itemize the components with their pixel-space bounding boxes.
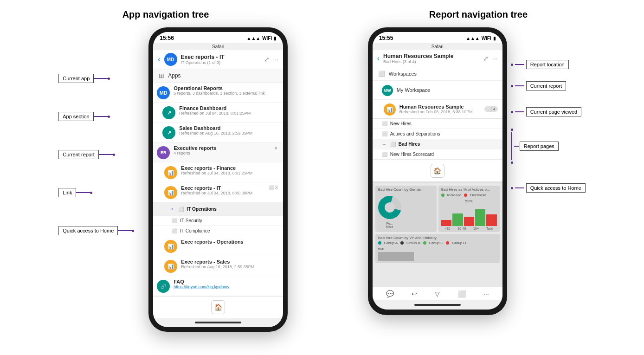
more-icon[interactable]: ··· xyxy=(273,56,279,63)
chart-actives-title: Bad Hires as % of Actives b... xyxy=(441,187,497,192)
expand-icon[interactable]: ⤢ xyxy=(264,56,270,63)
bad-hires-item[interactable]: → ⬜ Bad Hires xyxy=(373,139,502,149)
it-operations-item[interactable]: → ⬜ IT Operations xyxy=(153,202,283,216)
faq-content: FAQ https://tinyurl.com/kjg,kjsdbmv xyxy=(174,279,277,289)
exec-it-title: Exec reports - IT xyxy=(181,185,264,191)
right-wifi-icon: WiFi xyxy=(482,36,491,41)
right-signal-icon: ▲▲▲ xyxy=(466,36,480,41)
undo-icon[interactable]: ↩ xyxy=(412,290,417,297)
bar-chart xyxy=(441,205,497,226)
right-phone: 15:55 ▲▲▲ WiFi ▮ Safari ‹ Human Resource… xyxy=(368,27,507,315)
it-compliance-label: IT Compliance xyxy=(180,228,210,233)
executive-reports-item[interactable]: ER Executive reports 4 reports ∧ xyxy=(153,142,283,162)
current-page-label: Current page viewed xyxy=(526,107,582,116)
collapse-icon[interactable]: ∧ xyxy=(274,145,277,150)
exec-sales-item[interactable]: 📊 Exec reports - Sales Refreshed on Aug … xyxy=(153,256,283,276)
group-c-dot xyxy=(423,241,426,245)
exec-it-item[interactable]: 📊 Exec reports - IT Refreshed on Jul 04,… xyxy=(153,182,283,202)
operational-reports-subtitle: 5 reports, 3 dashboards, 1 section, 1 ex… xyxy=(174,91,277,96)
operational-reports-avatar: MD xyxy=(157,86,170,99)
left-back-button[interactable]: ‹ xyxy=(158,55,160,64)
filter-icon[interactable]: ▽ xyxy=(435,290,440,297)
left-header-avatar: MD xyxy=(164,53,177,66)
exec-finance-item[interactable]: 📊 Exec reports - Finance Refreshed on Ju… xyxy=(153,162,283,182)
group-b-dot xyxy=(400,241,404,245)
home-line-right xyxy=(515,187,524,188)
right-home-pill xyxy=(414,304,461,306)
chart-legend: Increase Decrease xyxy=(441,193,497,197)
executive-reports-content: Executive reports 4 reports xyxy=(174,145,270,155)
apps-section-label: Apps xyxy=(168,72,180,79)
increase-label: Increase xyxy=(447,193,462,197)
right-more-icon[interactable]: ··· xyxy=(492,55,498,62)
link-label: Link xyxy=(58,188,76,197)
dots-icon[interactable]: ··· xyxy=(483,290,489,297)
exec-operations-item[interactable]: 📊 Exec reports - Operations xyxy=(153,236,283,256)
finance-dashboard-item[interactable]: ↗ Finance Dashboard Refreshed on Jul 04,… xyxy=(153,103,283,123)
chart-vp-ethnicity: Bad Hire Count by VP and Ethnicity Group… xyxy=(375,234,500,263)
it-security-item[interactable]: ⬜ IT Security xyxy=(153,216,283,226)
faq-link[interactable]: https://tinyurl.com/kjg,kjsdbmv xyxy=(174,284,277,289)
right-status-icons: ▲▲▲ WiFi ▮ xyxy=(466,36,496,41)
left-section-title: App navigation tree xyxy=(9,9,322,20)
group-d-dot xyxy=(446,241,449,245)
current-report-annotation-left: Current report xyxy=(58,150,147,159)
right-section-title: Report navigation tree xyxy=(322,9,635,20)
current-report-label-left: Current report xyxy=(58,150,98,159)
right-bottom-toolbar: 💬 ↩ ▽ ⬜ ··· xyxy=(373,287,502,300)
left-nav-list: ⊞ Apps MD Operational Reports 5 reports,… xyxy=(153,69,283,296)
exec-operations-avatar: 📊 xyxy=(164,240,177,253)
it-operations-label: IT Operations xyxy=(187,207,216,212)
right-home-button[interactable]: 🏠 xyxy=(431,164,444,178)
new-hires-label: New Hires xyxy=(390,121,412,126)
right-home-bar: 🏠 xyxy=(373,160,502,181)
current-page-annotation: Current page viewed xyxy=(511,107,582,116)
chart-gender: Bad Hire Count by Gender Fe... Male xyxy=(375,186,437,232)
group-c-label: Group C xyxy=(429,241,443,245)
scorecard-icon: ⬜ xyxy=(382,152,387,157)
signal-icon: ▲▲▲ xyxy=(247,36,261,41)
it-compliance-item[interactable]: ⬜ IT Compliance xyxy=(153,226,283,236)
faq-item[interactable]: 🔗 FAQ https://tinyurl.com/kjg,kjsdbmv xyxy=(153,276,283,296)
my-workspace-item[interactable]: MW My Workspace xyxy=(373,81,502,100)
left-carrier: Safari xyxy=(153,43,283,50)
left-app-header: ‹ MD Exec reports - IT IT Operations (1 … xyxy=(153,50,283,69)
right-expand-icon[interactable]: ⤢ xyxy=(483,55,489,62)
bookmark-icon[interactable]: ⬜ xyxy=(458,290,466,297)
actives-icon: ⬜ xyxy=(382,131,387,136)
group-a-label: Group A xyxy=(384,241,398,245)
comment-icon[interactable]: 💬 xyxy=(386,290,394,297)
current-report-section[interactable]: 📊 Human Resources Sample Refreshed on Fe… xyxy=(373,100,502,119)
faq-avatar: 🔗 xyxy=(157,280,170,293)
finance-dashboard-title: Finance Dashboard xyxy=(179,105,277,111)
it-operations-page-icon: ⬜ xyxy=(178,207,184,212)
exec-it-count: ⬜3 xyxy=(269,185,278,190)
decrease-label: Decrease xyxy=(470,193,486,197)
sales-dashboard-item[interactable]: ↗ Sales Dashboard Refreshed on Aug 16, 2… xyxy=(153,123,283,142)
workspaces-section[interactable]: ⬜ Workspaces xyxy=(373,67,502,81)
exec-sales-subtitle: Refreshed on Aug 16, 2018, 2:59:35PM xyxy=(181,265,277,269)
right-diagram: 15:55 ▲▲▲ WiFi ▮ Safari ‹ Human Resource… xyxy=(368,27,586,315)
finance-dashboard-subtitle: Refreshed on Jul 04, 2018, 6:01:25PM xyxy=(179,111,277,116)
workspaces-label: Workspaces xyxy=(389,71,417,77)
left-home-button[interactable]: 🏠 xyxy=(211,300,225,314)
app-section-label: App section xyxy=(58,112,93,121)
executive-reports-avatar: ER xyxy=(157,146,170,159)
actives-separations-item[interactable]: ⬜ Actives and Separations xyxy=(373,129,502,139)
left-time: 15:56 xyxy=(160,35,174,41)
operational-reports-item[interactable]: MD Operational Reports 5 reports, 3 dash… xyxy=(153,83,283,103)
current-report-title: Human Resources Sample xyxy=(399,104,481,110)
right-annotations: Report location Current report Current p… xyxy=(511,27,586,193)
new-hires-page-item[interactable]: ⬜ New Hires xyxy=(373,119,502,129)
scorecard-label: New Hires Scorecard xyxy=(390,152,434,157)
bad-hires-arrow: → xyxy=(382,142,386,147)
current-report-label-right: Current report xyxy=(526,81,566,90)
apps-section-header[interactable]: ⊞ Apps xyxy=(153,69,283,83)
new-hires-scorecard-item[interactable]: ⬜ New Hires Scorecard xyxy=(373,149,502,160)
brace-dot-1 xyxy=(511,129,513,131)
left-diagram: Current app App section Current report L… xyxy=(58,27,288,332)
right-back-button[interactable]: ‹ xyxy=(377,54,380,63)
report-location-label: Report location xyxy=(526,60,569,69)
exec-sales-avatar: 📊 xyxy=(164,260,177,273)
chart-area: Bad Hire Count by Gender Fe... Male Bad … xyxy=(373,183,502,287)
